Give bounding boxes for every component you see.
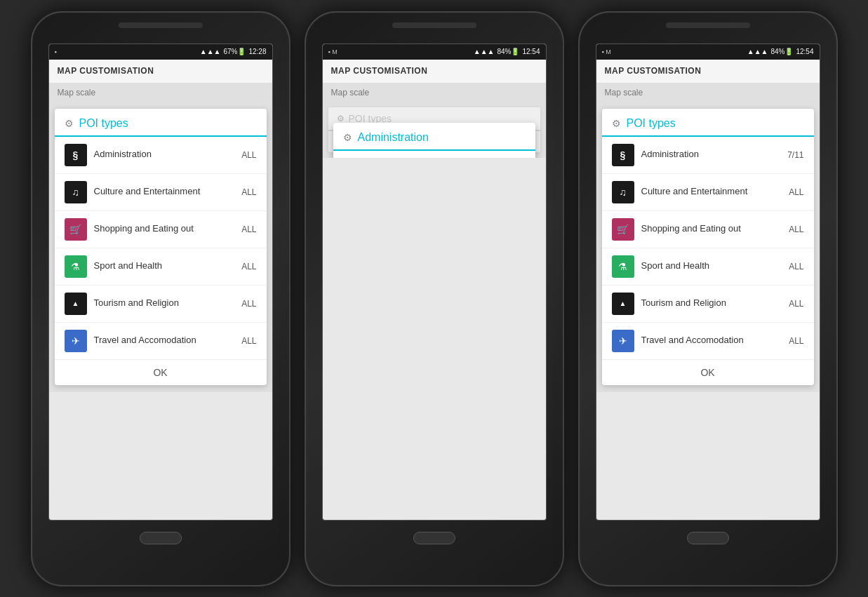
- poi-item-admin-1[interactable]: § Administration ALL: [55, 137, 267, 174]
- admin-badge-3: 7/11: [787, 150, 803, 160]
- culture-icon-1: ♫: [65, 181, 87, 203]
- poi-item-culture-1[interactable]: ♫ Culture and Entertainment ALL: [55, 174, 267, 211]
- sport-label-3: Sport and Health: [641, 260, 782, 272]
- dialog-header-3: ⚙ POI types: [602, 109, 814, 137]
- app-bar-title-3: MAP CUSTOMISATION: [605, 66, 702, 76]
- poi-types-dialog-3: ⚙ POI types § Administration 7/11 ♫ Cult…: [602, 109, 814, 385]
- ok-button-3[interactable]: OK: [602, 359, 814, 385]
- battery-3: 84%🔋: [770, 48, 793, 55]
- map-scale-label-1: Map scale: [49, 83, 272, 102]
- gear-icon-3: ⚙: [612, 118, 621, 129]
- screen-2: ▪ M ▲▲▲ 84%🔋 12:54 MAP CUSTOMISATION Map…: [322, 43, 547, 521]
- poi-item-tourism-3[interactable]: ▲ Tourism and Religion ALL: [602, 286, 814, 323]
- tourism-icon-1: ▲: [65, 293, 87, 315]
- battery-2: 84%🔋: [497, 48, 519, 55]
- culture-badge-1: ALL: [241, 187, 256, 197]
- admin-dialog-title: Administration: [358, 131, 429, 144]
- dialog-header-1: ⚙ POI types: [55, 109, 267, 137]
- culture-badge-3: ALL: [789, 187, 803, 197]
- dialog-title-3: POI types: [627, 117, 676, 130]
- home-button-1[interactable]: [140, 532, 182, 544]
- shopping-label-1: Shopping and Eating out: [94, 223, 235, 235]
- tourism-badge-3: ALL: [789, 299, 803, 309]
- app-bar-1: MAP CUSTOMISATION: [49, 60, 272, 83]
- screen-3: ▪ M ▲▲▲ 84%🔋 12:54 MAP CUSTOMISATION Map…: [596, 43, 820, 521]
- screen-bg-1: Map scale ⚙ POI types § Administration A…: [49, 83, 272, 392]
- tourism-label-3: Tourism and Religion: [641, 297, 782, 309]
- signal-2: ▲▲▲: [474, 48, 495, 55]
- admin-item-bank[interactable]: 100 Bank: [333, 151, 535, 158]
- app-bar-title-2: MAP CUSTOMISATION: [331, 66, 428, 76]
- shopping-icon-1: 🛒: [65, 218, 87, 241]
- admin-gear-icon: ⚙: [343, 132, 352, 143]
- sport-label-1: Sport and Health: [94, 260, 235, 272]
- map-scale-label-2: Map scale: [323, 83, 546, 102]
- status-left-3: ▪ M: [602, 48, 745, 55]
- travel-label-1: Travel and Accomodation: [94, 335, 235, 347]
- culture-icon-3: ♫: [612, 181, 634, 203]
- sport-badge-3: ALL: [789, 262, 803, 271]
- travel-icon-1: ✈: [65, 330, 87, 352]
- travel-icon-3: ✈: [612, 330, 634, 352]
- admin-badge-1: ALL: [241, 150, 256, 160]
- status-bar-1: ▪ ▲▲▲ 67%🔋 12:28: [49, 44, 272, 60]
- poi-item-shopping-1[interactable]: 🛒 Shopping and Eating out ALL: [55, 211, 267, 248]
- poi-item-tourism-1[interactable]: ▲ Tourism and Religion ALL: [55, 286, 267, 323]
- shopping-badge-3: ALL: [789, 224, 803, 234]
- home-button-3[interactable]: [687, 532, 729, 544]
- screen-1: ▪ ▲▲▲ 67%🔋 12:28 MAP CUSTOMISATION Map s…: [48, 43, 273, 521]
- status-left-2: ▪ M: [328, 48, 471, 55]
- culture-label-3: Culture and Entertainment: [641, 186, 782, 198]
- screen-bg-3: Map scale ⚙ POI types § Administration 7…: [596, 83, 820, 392]
- shopping-badge-1: ALL: [241, 224, 256, 234]
- admin-list: 100 Bank ✝ Cemetery 🎓 College/University: [333, 151, 535, 158]
- culture-label-1: Culture and Entertainment: [94, 186, 235, 198]
- poi-item-sport-1[interactable]: ⚗ Sport and Health ALL: [55, 248, 267, 286]
- sport-icon-3: ⚗: [612, 255, 634, 278]
- time-1: 12:28: [248, 48, 266, 55]
- poi-item-travel-3[interactable]: ✈ Travel and Accomodation ALL: [602, 323, 814, 359]
- admin-dialog: ⚙ Administration 100 Bank ✝ Cemetery: [333, 123, 535, 158]
- time-2: 12:54: [522, 48, 540, 55]
- status-left-1: ▪: [55, 48, 197, 55]
- poi-list-1: § Administration ALL ♫ Culture and Enter…: [55, 137, 267, 359]
- ok-button-1[interactable]: OK: [55, 359, 267, 385]
- app-bar-2: MAP CUSTOMISATION: [323, 60, 546, 83]
- poi-types-dialog-1: ⚙ POI types § Administration ALL ♫ Cultu…: [55, 109, 267, 385]
- sport-badge-1: ALL: [241, 262, 256, 271]
- shopping-icon-3: 🛒: [612, 218, 634, 241]
- tourism-badge-1: ALL: [241, 299, 256, 309]
- poi-item-sport-3[interactable]: ⚗ Sport and Health ALL: [602, 248, 814, 286]
- travel-label-3: Travel and Accomodation: [641, 335, 782, 347]
- app-bar-title-1: MAP CUSTOMISATION: [58, 66, 154, 76]
- admin-dialog-header: ⚙ Administration: [333, 123, 535, 151]
- battery-1: 67%🔋: [223, 48, 246, 55]
- poi-item-shopping-3[interactable]: 🛒 Shopping and Eating out ALL: [602, 211, 814, 248]
- wifi-icon: ▲▲▲: [200, 48, 221, 55]
- admin-label-1: Administration: [94, 149, 235, 161]
- admin-label-3: Administration: [641, 149, 781, 161]
- status-bar-2: ▪ M ▲▲▲ 84%🔋 12:54: [323, 44, 546, 60]
- admin-icon-1: §: [65, 144, 87, 166]
- home-button-2[interactable]: [413, 532, 455, 544]
- sport-icon-1: ⚗: [65, 255, 87, 278]
- poi-item-culture-3[interactable]: ♫ Culture and Entertainment ALL: [602, 174, 814, 211]
- tourism-label-1: Tourism and Religion: [94, 297, 235, 309]
- map-scale-label-3: Map scale: [596, 83, 820, 102]
- screen-bg-2: Map scale ⚙ POI types Administration... …: [323, 83, 546, 158]
- shopping-label-3: Shopping and Eating out: [641, 223, 782, 235]
- poi-item-admin-3[interactable]: § Administration 7/11: [602, 137, 814, 174]
- time-3: 12:54: [796, 48, 813, 55]
- app-bar-3: MAP CUSTOMISATION: [596, 60, 820, 83]
- dialog-title-1: POI types: [79, 117, 128, 130]
- tourism-icon-3: ▲: [612, 293, 634, 315]
- poi-item-travel-1[interactable]: ✈ Travel and Accomodation ALL: [55, 323, 267, 359]
- travel-badge-3: ALL: [789, 336, 803, 346]
- phone-2: ▪ M ▲▲▲ 84%🔋 12:54 MAP CUSTOMISATION Map…: [305, 11, 564, 586]
- status-bar-3: ▪ M ▲▲▲ 84%🔋 12:54: [596, 44, 820, 60]
- admin-icon-3: §: [612, 144, 634, 166]
- gear-icon-1: ⚙: [65, 118, 74, 129]
- travel-badge-1: ALL: [241, 336, 256, 346]
- poi-list-3: § Administration 7/11 ♫ Culture and Ente…: [602, 137, 814, 359]
- signal-3: ▲▲▲: [747, 48, 768, 55]
